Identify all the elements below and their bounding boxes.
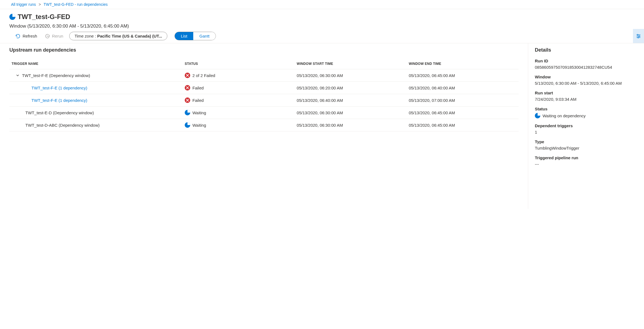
fail-icon [185, 73, 190, 78]
svg-point-1 [637, 34, 638, 35]
run-id-label: Run ID [535, 59, 637, 63]
window-end: 05/13/2020, 06:45:00 AM [407, 107, 519, 119]
window-end: 05/13/2020, 06:45:00 AM [407, 119, 519, 131]
rerun-icon [45, 34, 50, 39]
table-row[interactable]: TWT_test-E-D (Dependency window)Waiting0… [9, 107, 519, 119]
breadcrumb: All trigger runs > TWT_test-G-FED - run … [0, 0, 644, 9]
status-text: Failed [192, 98, 204, 103]
sliders-icon [636, 33, 641, 39]
table-row[interactable]: TWT_test-F-E (Dependency window)2 of 2 F… [9, 69, 519, 82]
fail-icon [185, 97, 190, 103]
window-start: 05/13/2020, 06:30:00 AM [294, 69, 406, 82]
table-row[interactable]: TWT_test-F-E (1 dependency)Failed05/13/2… [9, 94, 519, 107]
timezone-value: Pacific Time (US & Canada) (UT... [97, 34, 162, 38]
status-text: Waiting on dependency [543, 113, 586, 118]
col-window-end[interactable]: WINDOW END TIME [407, 59, 519, 69]
trigger-name: TWT_test-E-D (Dependency window) [25, 110, 94, 115]
section-title: Upstream run dependencies [9, 47, 519, 53]
status-label: Status [535, 107, 637, 111]
col-status[interactable]: STATUS [183, 59, 294, 69]
trigger-name: TWT_test-D-ABC (Dependency window) [25, 123, 100, 128]
pipeline-run-value: --- [535, 162, 637, 166]
expand-toggle[interactable] [16, 74, 20, 77]
breadcrumb-separator: > [39, 2, 41, 7]
status-text: Waiting [192, 110, 206, 115]
filter-settings-button[interactable] [633, 29, 644, 43]
dependencies-table: TRIGGER NAME STATUS WINDOW START TIME WI… [9, 59, 519, 131]
svg-point-3 [639, 36, 640, 37]
run-start-value: 7/24/2020, 9:03:34 AM [535, 97, 637, 102]
window-end: 05/13/2020, 07:00:00 AM [407, 94, 519, 107]
details-title: Details [535, 47, 637, 53]
window-start: 05/13/2020, 06:30:00 AM [294, 119, 406, 131]
main-panel: Upstream run dependencies TRIGGER NAME S… [0, 43, 528, 209]
timezone-selector[interactable]: Time zone : Pacific Time (US & Canada) (… [69, 32, 167, 40]
pipeline-run-label: Triggered pipeline run [535, 155, 637, 160]
table-row[interactable]: TWT_test-D-ABC (Dependency window)Waitin… [9, 119, 519, 131]
clock-icon [185, 110, 190, 115]
view-toggle: List Gantt [175, 32, 216, 40]
view-list-button[interactable]: List [175, 32, 193, 40]
clock-icon [535, 113, 540, 118]
breadcrumb-root[interactable]: All trigger runs [11, 2, 36, 7]
status-text: Failed [192, 86, 204, 90]
status-value: Waiting on dependency [535, 113, 637, 118]
col-window-start[interactable]: WINDOW START TIME [294, 59, 406, 69]
fail-icon [185, 85, 190, 91]
details-panel: Details Run ID 0858605975070918530041283… [528, 43, 644, 209]
page-title: TWT_test-G-FED [18, 13, 70, 21]
toolbar: Refresh Rerun Time zone : Pacific Time (… [0, 29, 644, 43]
refresh-label: Refresh [23, 34, 37, 38]
trigger-name: TWT_test-F-E (Dependency window) [22, 73, 90, 78]
trigger-link[interactable]: TWT_test-F-E (1 dependency) [31, 98, 87, 103]
refresh-icon [15, 34, 20, 39]
refresh-button[interactable]: Refresh [14, 33, 39, 40]
col-trigger-name[interactable]: TRIGGER NAME [9, 59, 183, 69]
window-end: 05/13/2020, 06:40:00 AM [407, 82, 519, 94]
window-value: 5/13/2020, 6:30:00 AM - 5/13/2020, 6:45:… [535, 81, 637, 86]
trigger-link[interactable]: TWT_test-F-E (1 dependency) [31, 86, 87, 90]
dependent-triggers-label: Dependent triggers [535, 123, 637, 128]
clock-icon [185, 122, 190, 128]
svg-point-5 [638, 37, 639, 38]
rerun-button: Rerun [43, 33, 65, 40]
status-text: 2 of 2 Failed [192, 73, 215, 78]
window-end: 05/13/2020, 06:45:00 AM [407, 69, 519, 82]
window-start: 05/13/2020, 06:30:00 AM [294, 107, 406, 119]
window-subtitle: Window (5/13/2020, 6:30:00 AM - 5/13/202… [9, 23, 635, 29]
status-text: Waiting [192, 123, 206, 128]
type-label: Type [535, 139, 637, 144]
window-label: Window [535, 75, 637, 79]
clock-icon [9, 14, 15, 20]
type-value: TumblingWindowTrigger [535, 146, 637, 150]
breadcrumb-current: TWT_test-G-FED - run dependencies [44, 2, 108, 7]
timezone-label: Time zone : [74, 34, 97, 38]
run-id-value: 08586059750709185300412832748CU54 [535, 65, 637, 70]
dependent-triggers-value: 1 [535, 130, 637, 134]
rerun-label: Rerun [52, 34, 63, 38]
run-start-label: Run start [535, 91, 637, 95]
table-row[interactable]: TWT_test-F-E (1 dependency)Failed05/13/2… [9, 82, 519, 94]
window-start: 05/13/2020, 06:40:00 AM [294, 94, 406, 107]
view-gantt-button[interactable]: Gantt [193, 32, 216, 40]
chevron-down-icon [16, 74, 19, 77]
window-start: 05/13/2020, 06:20:00 AM [294, 82, 406, 94]
page-header: TWT_test-G-FED Window (5/13/2020, 6:30:0… [0, 9, 644, 29]
